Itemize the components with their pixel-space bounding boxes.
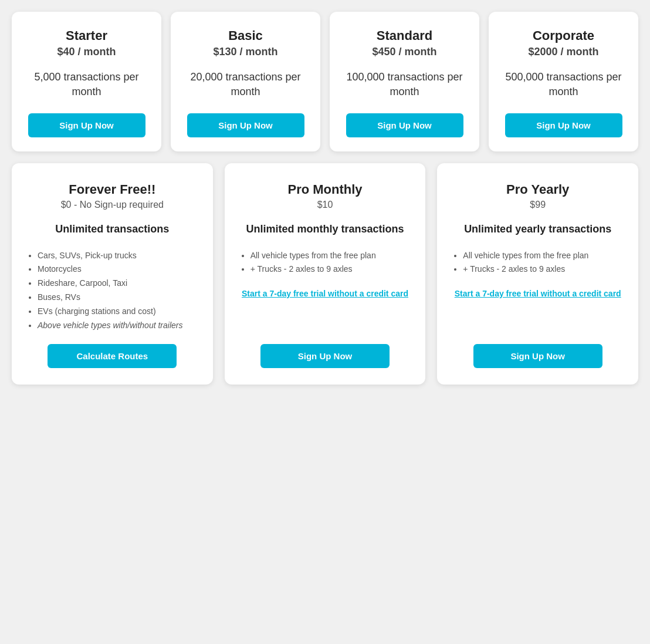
card-transactions-basic: 20,000 transactions per month <box>182 70 309 99</box>
card-title-pro-monthly: Pro Monthly <box>287 182 362 197</box>
card-title-basic: Basic <box>228 28 263 43</box>
card-title-forever-free: Forever Free!! <box>69 182 155 197</box>
card-unlimited-pro-yearly: Unlimited yearly transactions <box>464 222 611 237</box>
card-title-standard: Standard <box>377 28 432 43</box>
feature-item: All vehicle types from the free plan <box>463 249 624 263</box>
card-basic: Basic $130 / month 20,000 transactions p… <box>171 12 320 151</box>
feature-item: Cars, SUVs, Pick-up trucks <box>38 249 199 263</box>
card-transactions-standard: 100,000 transactions per month <box>341 70 468 99</box>
card-transactions-starter: 5,000 transactions per month <box>23 70 150 99</box>
card-pro-monthly: Pro Monthly $10 Unlimited monthly transa… <box>225 163 426 385</box>
feature-list: Cars, SUVs, Pick-up trucksMotorcyclesRid… <box>26 249 199 333</box>
pricing-wrapper: Starter $40 / month 5,000 transactions p… <box>12 12 638 385</box>
card-price-basic: $130 / month <box>213 46 277 58</box>
signup-button-corporate[interactable]: Sign Up Now <box>505 113 622 137</box>
signup-button-standard[interactable]: Sign Up Now <box>346 113 463 137</box>
trial-link-pro-yearly[interactable]: Start a 7-day free trial without a credi… <box>455 288 621 300</box>
card-unlimited-forever-free: Unlimited transactions <box>55 222 169 237</box>
feature-item: + Trucks - 2 axles to 9 axles <box>463 262 624 277</box>
signup-button-pro-yearly[interactable]: Sign Up Now <box>473 344 602 368</box>
card-title-starter: Starter <box>66 28 107 43</box>
card-title-corporate: Corporate <box>533 28 594 43</box>
bottom-row: Forever Free!! $0 - No Sign-up required … <box>12 163 638 385</box>
card-standard: Standard $450 / month 100,000 transactio… <box>330 12 479 151</box>
signup-button-starter[interactable]: Sign Up Now <box>28 113 145 137</box>
card-subtitle-pro-monthly: $10 <box>317 200 333 210</box>
card-unlimited-pro-monthly: Unlimited monthly transactions <box>246 222 404 237</box>
feature-item: All vehicle types from the free plan <box>250 249 412 263</box>
card-subtitle-forever-free: $0 - No Sign-up required <box>61 200 164 210</box>
feature-item: Above vehicle types with/without trailer… <box>38 319 199 333</box>
signup-button-pro-monthly[interactable]: Sign Up Now <box>260 344 390 368</box>
card-corporate: Corporate $2000 / month 500,000 transact… <box>489 12 638 151</box>
trial-link-pro-monthly[interactable]: Start a 7-day free trial without a credi… <box>242 288 408 300</box>
card-subtitle-pro-yearly: $99 <box>530 200 546 210</box>
card-title-pro-yearly: Pro Yearly <box>506 182 569 197</box>
calculate-button-forever-free[interactable]: Calculate Routes <box>48 344 177 368</box>
card-forever-free: Forever Free!! $0 - No Sign-up required … <box>12 163 213 385</box>
feature-item: Buses, RVs <box>38 291 199 305</box>
feature-item: Rideshare, Carpool, Taxi <box>38 277 199 291</box>
feature-item: Motorcycles <box>38 262 199 277</box>
card-transactions-corporate: 500,000 transactions per month <box>500 70 627 99</box>
feature-item: + Trucks - 2 axles to 9 axles <box>250 262 412 277</box>
card-price-corporate: $2000 / month <box>528 46 598 58</box>
feature-item: EVs (charging stations and cost) <box>38 305 199 319</box>
top-row: Starter $40 / month 5,000 transactions p… <box>12 12 638 151</box>
feature-list: All vehicle types from the free plan+ Tr… <box>451 249 624 277</box>
card-price-starter: $40 / month <box>57 46 116 58</box>
feature-list: All vehicle types from the free plan+ Tr… <box>239 249 412 277</box>
card-starter: Starter $40 / month 5,000 transactions p… <box>12 12 161 151</box>
card-pro-yearly: Pro Yearly $99 Unlimited yearly transact… <box>437 163 638 385</box>
card-price-standard: $450 / month <box>372 46 436 58</box>
signup-button-basic[interactable]: Sign Up Now <box>187 113 304 137</box>
